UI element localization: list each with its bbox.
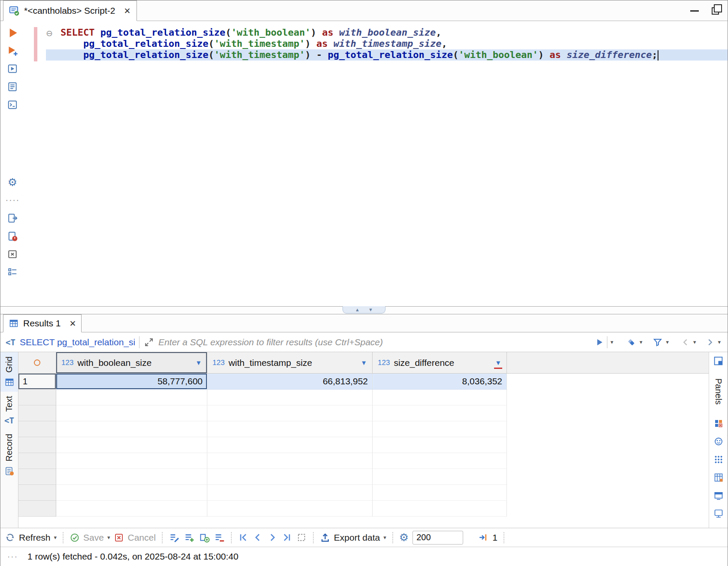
- edit-cell-icon[interactable]: [169, 532, 180, 543]
- execute-in-new-tab-button[interactable]: [0, 42, 24, 60]
- row-number-cell[interactable]: [18, 390, 56, 405]
- table-cell-empty[interactable]: [373, 469, 507, 485]
- previous-row-nav-icon[interactable]: [252, 532, 263, 543]
- fold-collapse-icon[interactable]: ⊖: [46, 27, 61, 39]
- refresh-button[interactable]: Refresh ▾: [5, 532, 57, 543]
- filter-back-arrow-icon[interactable]: [681, 338, 690, 347]
- table-row-empty[interactable]: [18, 421, 709, 437]
- table-cell-empty[interactable]: [207, 453, 373, 469]
- references-panel-icon[interactable]: [713, 490, 724, 501]
- table-row-empty[interactable]: [18, 390, 709, 405]
- column-header-with_boolean_size[interactable]: 123with_boolean_size▼: [56, 352, 207, 373]
- sql-code-line[interactable]: ⊖SELECT pg_total_relation_size('with_boo…: [46, 27, 728, 38]
- table-cell-empty[interactable]: [207, 469, 373, 485]
- minimize-icon[interactable]: [690, 10, 699, 12]
- duplicate-row-icon[interactable]: [199, 532, 210, 543]
- table-cell-empty[interactable]: [56, 421, 207, 437]
- table-row-empty[interactable]: [18, 437, 709, 453]
- execute-script-button[interactable]: [0, 60, 24, 78]
- restore-window-icon[interactable]: [712, 7, 719, 15]
- table-cell-empty[interactable]: [56, 469, 207, 485]
- preview-panel-icon[interactable]: [713, 508, 724, 519]
- table-cell-empty[interactable]: [56, 485, 207, 501]
- filter-funnel-icon[interactable]: [652, 337, 663, 347]
- toolbar-overflow-dots-icon[interactable]: ····: [0, 191, 24, 209]
- presentation-tab-record[interactable]: Record: [0, 429, 18, 480]
- erase-filter-caret-icon[interactable]: ▾: [640, 339, 643, 345]
- row-number-cell[interactable]: [18, 501, 56, 517]
- table-cell-empty[interactable]: [207, 405, 373, 421]
- table-cell-empty[interactable]: [56, 437, 207, 453]
- add-row-icon[interactable]: [184, 532, 195, 543]
- table-cell-empty[interactable]: [56, 405, 207, 421]
- row-number-cell[interactable]: [18, 469, 56, 485]
- table-row[interactable]: 158,777,60066,813,9528,036,352: [18, 374, 709, 390]
- filter-expression-input[interactable]: Enter a SQL expression to filter results…: [158, 337, 590, 347]
- fetch-segment-icon[interactable]: [478, 532, 488, 543]
- tab-results-1[interactable]: Results 1 ✕: [3, 314, 82, 332]
- filter-back-caret-icon[interactable]: ▾: [693, 339, 696, 345]
- row-number-cell[interactable]: [18, 421, 56, 437]
- table-cell[interactable]: 8,036,352: [373, 374, 507, 390]
- close-tab-icon[interactable]: ✕: [124, 6, 130, 16]
- table-cell-empty[interactable]: [373, 437, 507, 453]
- apply-filter-play-icon[interactable]: [595, 338, 604, 347]
- filter-funnel-caret-icon[interactable]: ▾: [666, 339, 669, 345]
- document-warning-icon[interactable]: [0, 227, 24, 245]
- filter-forward-caret-icon[interactable]: ▾: [718, 339, 721, 345]
- column-header-with_timestamp_size[interactable]: 123with_timestamp_size▼: [207, 352, 373, 373]
- table-cell-empty[interactable]: [56, 453, 207, 469]
- row-number-cell[interactable]: [18, 453, 56, 469]
- refresh-caret-icon[interactable]: ▾: [54, 534, 57, 541]
- filter-forward-arrow-icon[interactable]: [705, 338, 715, 347]
- erase-filter-icon[interactable]: [626, 337, 637, 347]
- grouping-panel-icon[interactable]: [713, 436, 724, 447]
- column-sort-dropdown-icon[interactable]: ▼: [495, 359, 501, 366]
- table-cell-empty[interactable]: [373, 453, 507, 469]
- row-number-cell[interactable]: [18, 405, 56, 421]
- next-row-nav-icon[interactable]: [267, 532, 278, 543]
- last-row-nav-icon[interactable]: [282, 532, 292, 543]
- table-cell-empty[interactable]: [207, 501, 373, 517]
- save-button[interactable]: Save ▾: [70, 533, 110, 543]
- splitter-collapse-handle[interactable]: ▲ ▼: [343, 306, 385, 313]
- table-row-empty[interactable]: [18, 485, 709, 501]
- collapse-up-icon[interactable]: ▲: [355, 307, 360, 312]
- panels-toggle-icon[interactable]: [713, 356, 724, 366]
- collapse-down-icon[interactable]: ▼: [368, 307, 373, 312]
- presentation-tab-grid[interactable]: Grid: [0, 352, 18, 392]
- table-cell[interactable]: 58,777,600: [56, 374, 207, 390]
- table-cell-empty[interactable]: [207, 390, 373, 405]
- sql-code-line[interactable]: pg_total_relation_size('with_timestamp')…: [46, 49, 728, 61]
- focus-selection-icon[interactable]: [296, 532, 307, 543]
- row-number-cell[interactable]: 1: [18, 374, 56, 390]
- first-row-nav-icon[interactable]: [238, 532, 249, 543]
- editor-settings-gear-icon[interactable]: ⚙: [0, 173, 24, 191]
- sql-code[interactable]: ⊖SELECT pg_total_relation_size('with_boo…: [24, 27, 728, 61]
- cancel-button[interactable]: Cancel: [114, 533, 155, 543]
- metadata-panel-icon[interactable]: [713, 454, 724, 465]
- table-cell-empty[interactable]: [373, 501, 507, 517]
- column-sort-dropdown-icon[interactable]: ▼: [361, 359, 367, 366]
- table-row-empty[interactable]: [18, 469, 709, 485]
- presentation-tab-text[interactable]: Text <T: [0, 392, 18, 430]
- table-cell-empty[interactable]: [373, 485, 507, 501]
- grid-corner-cell[interactable]: [18, 352, 56, 373]
- explain-plan-button[interactable]: [0, 78, 24, 96]
- table-cell-empty[interactable]: [56, 501, 207, 517]
- execute-statement-button[interactable]: [0, 24, 24, 42]
- table-cell-empty[interactable]: [207, 421, 373, 437]
- sql-code-line[interactable]: pg_total_relation_size('with_timestamp')…: [46, 38, 728, 49]
- save-caret-icon[interactable]: ▾: [107, 534, 110, 541]
- table-cell[interactable]: 66,813,952: [207, 374, 373, 390]
- table-cell-empty[interactable]: [373, 390, 507, 405]
- row-number-cell[interactable]: [18, 485, 56, 501]
- table-cell-empty[interactable]: [373, 421, 507, 437]
- result-settings-gear-icon[interactable]: ⚙: [399, 531, 409, 544]
- table-row-empty[interactable]: [18, 405, 709, 421]
- outline-view-icon[interactable]: [0, 263, 24, 281]
- sql-console-button[interactable]: [0, 96, 24, 114]
- filter-history-caret-icon[interactable]: ▾: [610, 339, 613, 345]
- editor-results-splitter[interactable]: ▲ ▼: [0, 306, 728, 314]
- export-caret-icon[interactable]: ▾: [383, 534, 386, 541]
